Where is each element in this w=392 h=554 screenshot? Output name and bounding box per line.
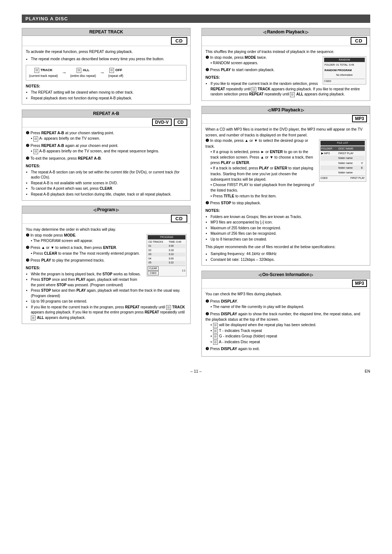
prog-row-2: 033:10 xyxy=(148,253,185,257)
onscreen-step2: ❷ Press DISPLAY again to show the track … xyxy=(205,311,366,345)
prog-bottom: CLEAR CSED 1:1 xyxy=(148,266,185,275)
arrow1: → xyxy=(61,69,66,77)
onscreen-content: You can check the MP3 files during playb… xyxy=(202,288,370,356)
repeat-ab-note-4: Repeat A-B playback does not function du… xyxy=(31,192,187,197)
onscreen-section: On-Screen Information MP3 You can check … xyxy=(201,271,370,356)
page-number: – 11 – xyxy=(191,369,202,373)
mp3-note-4: Up to 8 hierarchies can be created. xyxy=(211,237,366,242)
repeat-ab-notes: NOTES: The repeat A-B section can only b… xyxy=(26,163,187,197)
mp3-note-3: Maximum of 256 files can be recognized. xyxy=(211,231,366,237)
repeat-track-notes-title: NOTES: xyxy=(26,83,187,89)
mp3-notes-list: Folders are known as Groups; files are k… xyxy=(205,214,366,242)
mp3-note-2: Maximum of 255 folders can be recognized… xyxy=(211,226,366,231)
repeat-ab-badge-row: DVD-V CD xyxy=(22,118,190,127)
disp-g-icon: ⊡ xyxy=(213,334,218,339)
repeat-track-intro: To activate the repeat function, press R… xyxy=(26,49,187,55)
repeat-ab-note-1: The repeat A-B section can only be set w… xyxy=(31,170,187,180)
repeat-ab-step2: ❷ Press REPEAT A-B again at your chosen … xyxy=(26,143,187,154)
random-screen-bottom: CSED xyxy=(324,79,365,83)
mp3-note-1: MP3 files are accompanied by [♪] icon. xyxy=(211,220,366,225)
mp3-row-4: folder name xyxy=(320,170,365,175)
mp3-notes: NOTES: Folders are known as Groups; file… xyxy=(205,208,366,242)
mp3-row-3: folder nameE xyxy=(320,165,365,170)
prog-note-2: Press STOP twice and then PLAY again, pl… xyxy=(31,288,187,299)
mp3-note-0: Folders are known as Groups; files are k… xyxy=(211,214,366,220)
repeat-ab-step3: ❸ To exit the sequence, press REPEAT A-B… xyxy=(26,156,187,161)
repeat-ab-section: REPEAT A-B DVD-V CD ❶ Press REPEAT A-B a… xyxy=(22,110,191,201)
repeat-track-badge-row: CD xyxy=(22,36,190,46)
random-section: Random Playback CD This shuffles the pla… xyxy=(201,28,370,101)
repeat-ab-content: ❶ Press REPEAT A-B at your chosen starti… xyxy=(22,127,190,200)
page-en: EN xyxy=(341,369,370,373)
prog-note-4: If you like to repeat the current track … xyxy=(31,305,187,321)
mp3-row-0: ▶ MP3FIRST PLAY xyxy=(320,151,365,156)
repeat-ab-notes-title: NOTES: xyxy=(26,163,187,169)
step2-icon: ⊡ xyxy=(33,149,38,154)
prog-header: PROGRAM xyxy=(148,235,185,240)
diagram-off-sub: (repeat off) xyxy=(108,74,123,78)
repeat-ab-notes-list: The repeat A-B section can only be set w… xyxy=(26,170,187,197)
footer-spacer xyxy=(22,369,51,373)
repeat-track-notes: NOTES: The REPEAT setting will be cleare… xyxy=(26,83,187,101)
repeat-ab-badge-dvd: DVD-V xyxy=(152,119,171,126)
all-icon: ⊡ xyxy=(77,68,81,73)
prog-row-1: 023:18 xyxy=(148,248,185,253)
repeat-ab-badge-cd: CD xyxy=(174,119,187,126)
random-screen: RANDOM FOLDER: 01 TOTAL: 0:49 RANDOM PRO… xyxy=(323,56,366,85)
repeat-ab-note-2: Repeat A-B is not available with some sc… xyxy=(31,181,187,186)
step1-icon: ⊡ xyxy=(33,136,38,141)
mp3-intro: When a CD with MP3 files is inserted in … xyxy=(205,127,366,138)
diagram-all: ⊡ ALL (entire disc repeat) xyxy=(70,67,96,78)
prog-note-3: Up to 99 programs can be entered. xyxy=(31,299,187,304)
disp-icon: ⊡ xyxy=(213,323,218,328)
random-screen-header: RANDOM xyxy=(324,58,365,62)
note-all-icon: ⊡ xyxy=(31,316,36,321)
repeat-track-bullet1: The repeat mode changes as described bel… xyxy=(31,56,187,62)
track-icon: ⊡ xyxy=(34,68,39,73)
program-badge-row: CD xyxy=(22,214,190,224)
arrow2: → xyxy=(99,69,105,77)
mp3-badge-row: MP3 xyxy=(202,114,370,124)
diagram-all-sub: (entire disc repeat) xyxy=(70,74,96,78)
mp3-screen: FILE LIST FOLDER DISC NAME ▶ MP3FIRST PL… xyxy=(319,139,366,182)
mp3-content: When a CD with MP3 files is inserted in … xyxy=(202,124,370,266)
random-screen-line3: No information xyxy=(324,73,365,78)
program-notes-list: While the program is being played back, … xyxy=(26,272,187,321)
prog-row-3: 043:00 xyxy=(148,257,185,261)
random-badge: CD xyxy=(351,37,367,45)
random-intro: This shuffles the playing order of track… xyxy=(205,49,366,55)
mp3-screen-table: FOLDER DISC NAME ▶ MP3FIRST PLAY folder … xyxy=(320,146,365,175)
disp-t-icon: ⊡ xyxy=(213,329,218,334)
diagram-off: ⊡ OFF (repeat off) xyxy=(108,67,123,78)
left-column: REPEAT TRACK CD To activate the repeat f… xyxy=(22,28,191,362)
repeat-ab-step1: ❶ Press REPEAT A-B at your chosen starti… xyxy=(26,130,187,141)
repeat-ab-title: REPEAT A-B xyxy=(22,110,190,118)
program-screen: PROGRAM CD TRACKS TIME: 0:49 013:30 023:… xyxy=(147,234,187,276)
random-screen-line1: FOLDER: 01 TOTAL: 0:49 xyxy=(324,63,365,67)
onscreen-step3: ❸ Press DISPLAY again to exit. xyxy=(205,346,366,352)
mp3-badge: MP3 xyxy=(352,115,367,122)
prog-row-4: 053:22 xyxy=(148,261,185,265)
onscreen-title: On-Screen Information xyxy=(202,271,370,279)
random-badge-row: CD xyxy=(202,36,370,46)
program-badge: CD xyxy=(171,215,187,222)
random-content: This shuffles the playing order of track… xyxy=(202,46,370,100)
repeat-track-section: REPEAT TRACK CD To activate the repeat f… xyxy=(22,28,191,104)
mp3-screen-header: FILE LIST xyxy=(320,141,365,145)
diagram-track-sub: (current track repeat) xyxy=(29,74,58,78)
rand-all-icon: ⊡ xyxy=(290,92,295,97)
mp3-specs-list: Sampling frequency: 44.1kHz or 48kHz Con… xyxy=(205,251,366,263)
mp3-notes-title: NOTES: xyxy=(205,208,366,214)
program-content: You may determine the order in which tra… xyxy=(22,224,190,324)
prog-clear-btn: CLEAR xyxy=(148,266,159,271)
right-column: Random Playback CD This shuffles the pla… xyxy=(201,28,370,362)
mp3-table-head: FOLDER DISC NAME xyxy=(320,146,365,151)
program-section: Program CD You may determine the order i… xyxy=(22,206,191,324)
repeat-track-title: REPEAT TRACK xyxy=(22,28,190,36)
program-intro: You may determine the order in which tra… xyxy=(26,227,187,233)
prog-table: CD TRACKS TIME: 0:49 013:30 023:18 033:1… xyxy=(148,240,185,265)
prog-note-1: Press STOP once and then PLAY again, pla… xyxy=(31,277,187,288)
off-icon: ⊡ xyxy=(109,68,114,73)
mp3-row-2: folder nameV xyxy=(320,161,365,165)
onscreen-intro: You can check the MP3 files during playb… xyxy=(205,291,366,297)
